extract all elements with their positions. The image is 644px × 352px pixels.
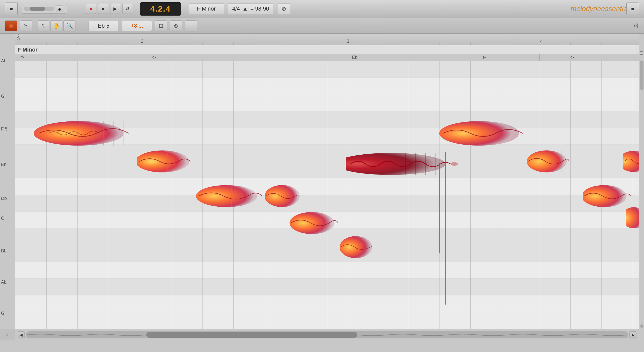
chord-eb: Eb (352, 55, 357, 60)
window-maximize-button[interactable]: ■ (626, 3, 639, 15)
cents-display: +8 ct (122, 21, 152, 31)
beat-line (77, 61, 78, 329)
ruler-tick (109, 42, 109, 45)
play-button[interactable]: ▶ (110, 4, 120, 14)
settings-button[interactable]: ⚙ (633, 22, 639, 30)
note-blob-5[interactable] (290, 211, 339, 235)
grid-area[interactable] (15, 61, 639, 329)
zoom-thumb[interactable] (30, 7, 45, 11)
editor-options-button[interactable] (639, 45, 644, 61)
window-menu-button[interactable]: ■ (5, 3, 18, 15)
ruler-tick (502, 42, 502, 45)
beat-line (408, 61, 408, 329)
ruler-tick (439, 42, 439, 45)
stop-button[interactable]: ■ (98, 4, 108, 14)
note-blob-1[interactable] (34, 120, 134, 147)
beat-line (327, 61, 327, 329)
svg-point-16 (340, 236, 372, 258)
scroll-thumb-vertical[interactable] (640, 60, 643, 90)
scroll-track-horizontal[interactable] (26, 331, 628, 338)
pan-tool[interactable]: ⊛ (170, 20, 182, 31)
menu-line-3 (640, 54, 643, 55)
beat-line (171, 61, 171, 329)
ruler-tick (202, 42, 203, 45)
beat-line (633, 61, 633, 329)
hand-tool[interactable]: ✋ (50, 20, 62, 31)
scroll-left-arrow[interactable]: ◀ (18, 331, 25, 338)
distribute-tool[interactable]: ⊞ (155, 20, 167, 31)
horizontal-scrollbar[interactable]: ◀ ▶ (15, 329, 639, 340)
record-button[interactable]: ● (86, 4, 96, 14)
key-display[interactable]: F Minor (189, 3, 224, 14)
knife-tool[interactable]: ✂ (20, 20, 32, 31)
key-eb: Eb (1, 154, 7, 174)
note-blob-3[interactable] (196, 184, 265, 208)
beat-line (570, 61, 571, 329)
horizontal-zoom-control[interactable]: ◆ (22, 4, 67, 14)
scroll-thumb-horizontal[interactable] (146, 332, 357, 338)
menu-line-2 (640, 53, 643, 53)
key-ab-low: Ab (1, 272, 7, 292)
blob-edit-tool[interactable] (5, 20, 17, 31)
note-blob-4[interactable] (265, 184, 302, 208)
ruler-mark-4: 4 (540, 39, 543, 44)
key-f5: F 5 (1, 119, 8, 139)
algorithm-button[interactable]: ⊕ (277, 3, 290, 14)
menu-icon: ■ (10, 6, 13, 12)
zoom-button[interactable]: ◆ (56, 5, 63, 12)
chord-c-minor-2: c- (570, 55, 574, 60)
key-label-row: F Minor (15, 45, 639, 54)
pitch-display: Eb 5 (89, 21, 119, 31)
svg-point-32 (583, 185, 627, 207)
key-g-low: G (1, 303, 5, 323)
svg-point-7 (137, 150, 189, 172)
level-tool[interactable]: ≡ (185, 20, 197, 31)
select-tool[interactable]: ↖ (37, 20, 49, 31)
top-bar: ■ ◆ ● ■ ▶ ↺ 4.2.4 F Minor 4/4 ▲ = 98.90 … (0, 0, 644, 18)
chord-f-minor-1: f- (21, 55, 24, 60)
ruler-line-bar3 (539, 41, 539, 45)
position-value: 4.2.4 (150, 4, 171, 13)
toolbar: ✂ ↖ ✋ 🔍 Eb 5 +8 ct ⊞ ⊛ ≡ ⚙ (0, 18, 644, 34)
chord-f-minor-2: f- (483, 55, 486, 60)
beat-line (470, 61, 471, 329)
note-blob-11-edge[interactable] (623, 149, 639, 173)
hashtag-icon: ♯ (6, 332, 9, 338)
piano-keyboard: Ab G F 5 Eb Db C Bb Ab G (0, 45, 15, 329)
ruler-tick (46, 42, 47, 45)
ruler-mark-2: 2 (141, 39, 143, 44)
clef-symbol: 𝄞 (16, 34, 20, 42)
magnify-tool[interactable]: 🔍 (63, 20, 75, 31)
cents-value: +8 ct (131, 23, 143, 29)
bar-line-3 (346, 54, 346, 61)
transport-controls: ● ■ ▶ ↺ (86, 4, 132, 14)
note-blob-12-edge[interactable] (626, 206, 639, 230)
key-g-high: G (1, 86, 5, 107)
note-blob-9[interactable] (527, 149, 571, 173)
pitch-value: Eb 5 (98, 23, 109, 29)
ruler-tick (601, 42, 602, 45)
ruler-tick (633, 42, 633, 45)
bottom-left-corner[interactable]: ♯ (0, 329, 15, 340)
tempo-value: = 98.90 (250, 6, 269, 12)
zoom-track[interactable] (24, 7, 54, 11)
key-c: C (1, 208, 4, 229)
chord-c-minor-1: c- (152, 55, 156, 60)
bar-vline-3 (346, 61, 346, 329)
svg-point-24 (439, 121, 519, 146)
time-sig-display[interactable]: 4/4 ▲ = 98.90 (228, 3, 273, 14)
vertical-scrollbar[interactable] (639, 45, 644, 329)
position-display: 4.2.4 (140, 2, 181, 16)
bar-vline-2 (140, 61, 140, 329)
note-blob-6[interactable] (340, 235, 377, 259)
key-label-expand[interactable] (634, 46, 638, 54)
note-blob-2[interactable] (137, 149, 193, 173)
scroll-down-button[interactable] (640, 324, 643, 328)
chord-row: f- c- Eb f- c- (15, 54, 639, 61)
note-blob-10[interactable] (583, 184, 633, 208)
loop-button[interactable]: ↺ (122, 4, 132, 14)
note-blob-8[interactable] (439, 120, 527, 147)
scroll-right-arrow[interactable]: ▶ (629, 331, 636, 338)
svg-point-29 (527, 150, 567, 172)
ruler-tick (296, 42, 296, 45)
